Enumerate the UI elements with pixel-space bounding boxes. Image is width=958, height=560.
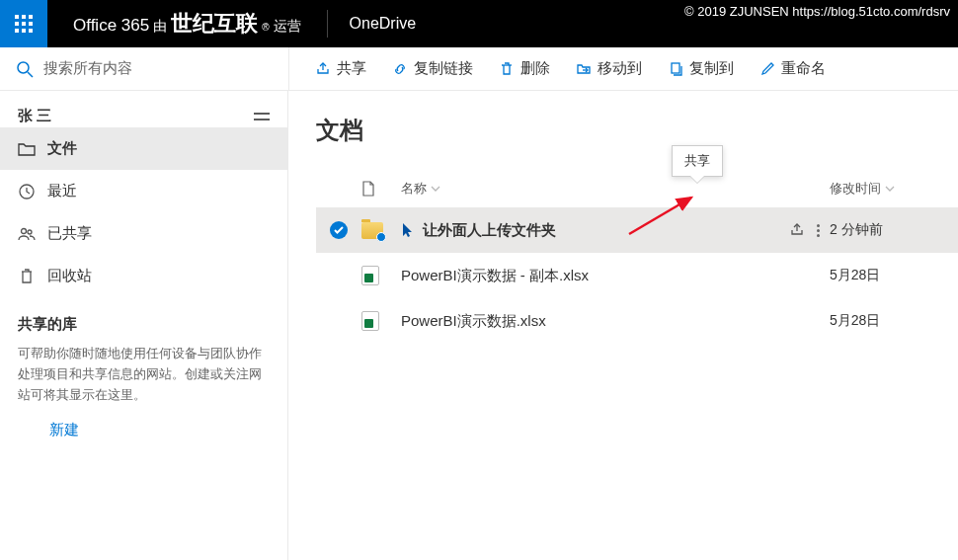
nav-files[interactable]: 文件 <box>0 127 287 170</box>
watermark-text: © 2019 ZJUNSEN https://blog.51cto.com/rd… <box>684 4 950 19</box>
command-bar: 搜索所有内容 共享 复制链接 删除 移动到 复制到 重命名 <box>0 47 958 91</box>
chevron-down-icon <box>885 186 895 192</box>
svg-point-16 <box>28 230 32 234</box>
item-modified: 5月28日 <box>830 312 880 330</box>
svg-line-10 <box>28 72 33 77</box>
nav-shared[interactable]: 已共享 <box>0 212 287 255</box>
brand-label: Office 365 由 世纪互联® 运营 <box>47 9 317 39</box>
copy-icon <box>668 61 683 77</box>
move-to-button[interactable]: 移动到 <box>564 51 654 86</box>
folder-icon <box>18 142 36 156</box>
item-name: PowerBI演示数据.xlsx <box>401 312 546 331</box>
delete-button[interactable]: 删除 <box>487 51 562 86</box>
list-row[interactable]: PowerBI演示数据.xlsx 5月28日 <box>316 298 958 344</box>
copy-link-button[interactable]: 复制链接 <box>380 51 485 86</box>
link-icon <box>392 61 408 77</box>
main-content: 文档 名称 修改时间 <box>288 91 958 560</box>
svg-point-9 <box>18 62 29 73</box>
trash-icon <box>499 61 515 77</box>
item-modified: 2 分钟前 <box>830 221 883 239</box>
item-name: 让外面人上传文件夹 <box>423 221 556 240</box>
shared-libraries-title: 共享的库 <box>0 297 287 344</box>
more-actions-button[interactable] <box>817 224 820 237</box>
new-site-link[interactable]: 新建 <box>0 405 287 449</box>
svg-point-15 <box>22 228 27 233</box>
svg-rect-1 <box>22 15 26 19</box>
svg-rect-7 <box>22 29 26 33</box>
search-placeholder: 搜索所有内容 <box>43 59 132 78</box>
search-input[interactable]: 搜索所有内容 <box>0 47 288 91</box>
shared-libraries-help: 可帮助你随时随地使用任何设备与团队协作处理项目和共享信息的网站。创建或关注网站可… <box>0 344 287 405</box>
cursor-icon <box>401 222 415 238</box>
nav-recent[interactable]: 最近 <box>0 170 287 212</box>
modified-column-header[interactable]: 修改时间 <box>830 180 958 198</box>
file-type-column-icon[interactable] <box>361 181 401 197</box>
svg-rect-2 <box>29 15 33 19</box>
svg-line-17 <box>629 198 691 234</box>
user-name: 张 三 <box>18 107 51 125</box>
clock-icon <box>18 184 36 200</box>
share-tooltip: 共享 <box>672 145 723 177</box>
item-modified: 5月28日 <box>830 267 880 284</box>
search-icon <box>16 60 34 78</box>
waffle-icon <box>15 15 33 33</box>
divider <box>327 10 328 38</box>
shared-folder-icon <box>361 222 383 239</box>
edit-icon <box>759 61 775 77</box>
svg-rect-4 <box>22 22 26 26</box>
svg-rect-5 <box>29 22 33 26</box>
svg-rect-6 <box>15 29 19 33</box>
share-item-button[interactable] <box>789 222 805 238</box>
item-name: PowerBI演示数据 - 副本.xlsx <box>401 267 589 285</box>
row-checkbox[interactable] <box>330 221 348 239</box>
svg-rect-0 <box>15 15 19 19</box>
svg-rect-8 <box>29 29 33 33</box>
share-button[interactable]: 共享 <box>303 51 378 86</box>
copy-to-button[interactable]: 复制到 <box>656 51 746 86</box>
excel-file-icon <box>361 311 379 331</box>
list-row[interactable]: PowerBI演示数据 - 副本.xlsx 5月28日 <box>316 253 958 298</box>
nav-recycle[interactable]: 回收站 <box>0 255 287 297</box>
collapse-icon[interactable] <box>254 112 270 121</box>
excel-file-icon <box>361 266 379 285</box>
rename-button[interactable]: 重命名 <box>748 51 838 86</box>
svg-rect-3 <box>15 22 19 26</box>
app-name: OneDrive <box>338 15 417 33</box>
app-launcher-button[interactable] <box>0 0 47 47</box>
move-icon <box>576 61 592 77</box>
annotation-arrow <box>624 190 703 239</box>
chevron-down-icon <box>431 186 440 192</box>
share-icon <box>315 61 331 77</box>
page-title: 文档 <box>316 115 958 146</box>
recycle-icon <box>18 269 36 284</box>
people-icon <box>18 227 36 241</box>
left-nav: 张 三 文件 最近 已共享 回收站 共享的库 可帮助你随时随地使用任何设备与团队… <box>0 91 288 560</box>
svg-rect-11 <box>672 63 679 73</box>
